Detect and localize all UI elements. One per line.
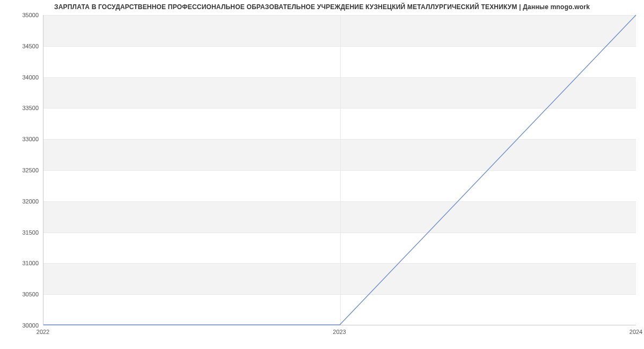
y-tick-label: 34500	[22, 43, 39, 49]
y-tick-label: 30500	[22, 291, 39, 297]
y-tick-label: 32500	[22, 167, 39, 173]
y-tick-label: 34000	[22, 74, 39, 81]
y-tick-label: 32000	[22, 198, 39, 205]
y-tick-label: 35000	[22, 12, 39, 18]
y-tick-label: 31500	[22, 229, 39, 236]
chart-title: ЗАРПЛАТА В ГОСУДАРСТВЕННОЕ ПРОФЕССИОНАЛЬ…	[0, 3, 644, 11]
y-tick-label: 31000	[22, 260, 39, 266]
line-path	[43, 15, 636, 325]
y-tick-label: 33500	[22, 105, 39, 111]
x-tick-label: 2022	[36, 329, 49, 335]
chart-container: ЗАРПЛАТА В ГОСУДАРСТВЕННОЕ ПРОФЕССИОНАЛЬ…	[0, 0, 644, 349]
x-tick-label: 2024	[630, 329, 642, 335]
plot-area	[43, 15, 636, 325]
x-tick-label: 2023	[333, 329, 346, 335]
y-tick-label: 30000	[22, 322, 39, 329]
y-tick-label: 33000	[22, 136, 39, 142]
line-series	[43, 15, 636, 325]
